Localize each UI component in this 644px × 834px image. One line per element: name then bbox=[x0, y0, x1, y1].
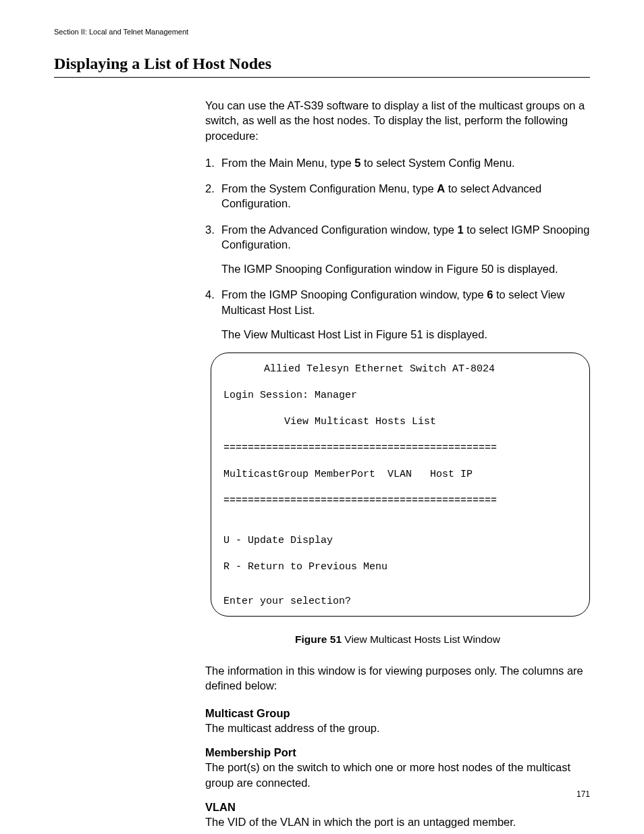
step-body: From the IGMP Snooping Configuration win… bbox=[221, 287, 590, 342]
step-text-pre: From the Advanced Configuration window, … bbox=[221, 224, 457, 236]
terminal-option-u: U - Update Display bbox=[223, 534, 577, 548]
def-term: Membership Port bbox=[205, 745, 590, 760]
body-content: You can use the AT-S39 software to displ… bbox=[205, 98, 590, 834]
step-number: 4. bbox=[205, 287, 221, 342]
def-term: VLAN bbox=[205, 800, 590, 814]
figure-label: Figure 51 bbox=[295, 633, 342, 645]
terminal-device-line: Allied Telesyn Ethernet Switch AT-8024 bbox=[223, 363, 577, 376]
step-sub: The IGMP Snooping Configuration window i… bbox=[221, 261, 590, 276]
figure-caption: Figure 51 View Multicast Hosts List Wind… bbox=[205, 633, 590, 647]
step-body: From the Advanced Configuration window, … bbox=[221, 222, 590, 277]
step-text-post: to select System Config Menu. bbox=[360, 157, 514, 169]
step-2: 2. From the System Configuration Menu, t… bbox=[205, 181, 590, 211]
def-multicast-group: Multicast Group The multicast address of… bbox=[205, 706, 590, 736]
step-1: 1. From the Main Menu, type 5 to select … bbox=[205, 155, 590, 170]
step-number: 2. bbox=[205, 181, 221, 211]
step-key: A bbox=[437, 182, 445, 194]
step-text-pre: From the System Configuration Menu, type bbox=[221, 182, 437, 194]
step-text-pre: From the IGMP Snooping Configuration win… bbox=[221, 288, 487, 301]
definitions: Multicast Group The multicast address of… bbox=[205, 706, 590, 834]
def-vlan: VLAN The VID of the VLAN in which the po… bbox=[205, 800, 590, 830]
step-sub: The View Multicast Host List in Figure 5… bbox=[221, 327, 590, 342]
page-title: Displaying a List of Host Nodes bbox=[54, 55, 590, 78]
terminal-columns: MulticastGroup MemberPort VLAN Host IP bbox=[223, 468, 577, 481]
terminal-prompt: Enter your selection? bbox=[223, 595, 577, 608]
def-desc: The VID of the VLAN in which the port is… bbox=[205, 814, 590, 829]
running-header: Section II: Local and Telnet Management bbox=[54, 28, 590, 36]
view-paragraph: The information in this window is for vi… bbox=[205, 663, 590, 694]
step-key: 6 bbox=[487, 288, 493, 301]
step-3: 3. From the Advanced Configuration windo… bbox=[205, 222, 590, 277]
step-key: 1 bbox=[457, 224, 463, 236]
def-membership-port: Membership Port The port(s) on the switc… bbox=[205, 745, 590, 790]
intro-paragraph: You can use the AT-S39 software to displ… bbox=[205, 98, 590, 143]
def-term: Multicast Group bbox=[205, 706, 590, 721]
terminal-login-line: Login Session: Manager bbox=[223, 389, 577, 402]
step-key: 5 bbox=[354, 157, 360, 169]
step-number: 3. bbox=[205, 222, 221, 277]
terminal-rule: ========================================… bbox=[223, 442, 577, 455]
step-4: 4. From the IGMP Snooping Configuration … bbox=[205, 287, 590, 342]
terminal-title-line: View Multicast Hosts List bbox=[223, 415, 577, 429]
step-number: 1. bbox=[205, 155, 221, 170]
def-desc: The multicast address of the group. bbox=[205, 721, 590, 735]
step-body: From the System Configuration Menu, type… bbox=[221, 181, 590, 211]
terminal-window: Allied Telesyn Ethernet Switch AT-8024 L… bbox=[211, 353, 590, 617]
def-desc: The port(s) on the switch to which one o… bbox=[205, 760, 590, 790]
step-text-pre: From the Main Menu, type bbox=[221, 157, 354, 169]
figure-caption-text: View Multicast Hosts List Window bbox=[342, 633, 500, 645]
step-body: From the Main Menu, type 5 to select Sys… bbox=[221, 155, 590, 170]
terminal-rule: ========================================… bbox=[223, 494, 577, 508]
terminal-option-r: R - Return to Previous Menu bbox=[223, 561, 577, 574]
page-number: 171 bbox=[576, 789, 590, 799]
